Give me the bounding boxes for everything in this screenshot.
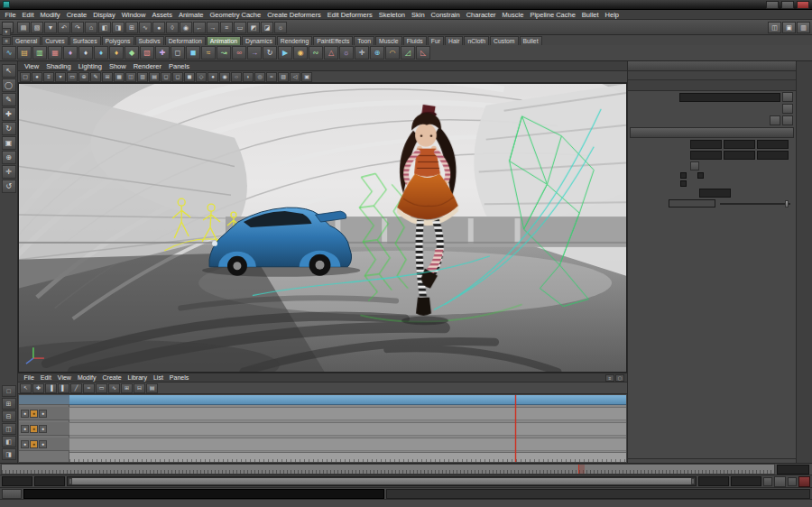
- status-icon-snap-to-view-plane[interactable]: ◊: [166, 22, 179, 33]
- show-manipulator[interactable]: ✛: [2, 165, 16, 179]
- status-icon-snap-to-curve[interactable]: ∿: [139, 22, 152, 33]
- status-icon-render-current-frame[interactable]: ◩: [247, 22, 260, 33]
- paint-select-tool[interactable]: ✎: [2, 93, 16, 106]
- status-icon-construction-history[interactable]: ≡: [220, 22, 233, 33]
- maximize-panel[interactable]: ▢: [615, 374, 624, 382]
- shelf-tab-muscle[interactable]: Muscle: [375, 36, 402, 45]
- menu-edit-deformers[interactable]: Edit Deformers: [324, 11, 375, 19]
- status-icon-select-by-component-type[interactable]: ◨: [112, 22, 125, 33]
- rotate-z-field[interactable]: [757, 151, 789, 160]
- trax-menu-modify[interactable]: Modify: [74, 374, 99, 381]
- rotate-tool[interactable]: ↻: [2, 122, 16, 135]
- menu-bullet[interactable]: Bullet: [578, 11, 602, 19]
- shelf-icon-dope-sheet[interactable]: ▤: [17, 46, 32, 60]
- show-end-pose-checkbox[interactable]: [697, 172, 704, 179]
- trim-clip-end[interactable]: ▌: [58, 383, 69, 393]
- shelf-icon-animation-snapshot[interactable]: ◉: [293, 46, 308, 60]
- menu-pipeline-cache[interactable]: Pipeline Cache: [527, 11, 578, 19]
- single-pane-layout[interactable]: □: [2, 385, 16, 397]
- track-row[interactable]: [69, 422, 626, 436]
- shelf-icon-tangents-linear[interactable]: ◿: [401, 46, 415, 60]
- trax-menu-file[interactable]: File: [21, 374, 37, 381]
- color-swatch[interactable]: [669, 199, 715, 207]
- frame-playback-range[interactable]: ⊟: [134, 383, 145, 393]
- shelf-icon-set-breakdown[interactable]: ◆: [125, 46, 139, 60]
- shelf-tab-custom[interactable]: Custom: [490, 36, 518, 45]
- menu-assets[interactable]: Assets: [149, 11, 176, 19]
- vp-icon-grease-pencil[interactable]: ✎: [90, 72, 101, 82]
- shelf-tab-bullet[interactable]: Bullet: [520, 36, 542, 45]
- vp-icon-isolate-select[interactable]: ▣: [301, 72, 312, 82]
- vp-icon-field-chart[interactable]: ▤: [149, 72, 160, 82]
- toggle-show-channel-box[interactable]: ▥: [797, 22, 810, 33]
- track-state[interactable]: ●: [21, 440, 29, 448]
- shelf-tab-subdivs[interactable]: Subdivs: [135, 36, 164, 45]
- status-icon-save-scene[interactable]: ▼: [44, 22, 57, 33]
- mel-mode-toggle[interactable]: [2, 489, 22, 499]
- shelf-icon-set-key-scale[interactable]: ♦: [109, 46, 124, 60]
- menu-skin[interactable]: Skin: [408, 11, 428, 19]
- select-tool[interactable]: ↖: [2, 64, 16, 78]
- shelf-tab-hair[interactable]: Hair: [445, 36, 463, 45]
- vp-icon-safe-title[interactable]: ◻: [172, 72, 183, 82]
- panel-menu-shading[interactable]: Shading: [42, 62, 75, 70]
- menu-animate[interactable]: Animate: [175, 11, 207, 19]
- lasso-tool[interactable]: ◯: [2, 78, 16, 92]
- menu-create[interactable]: Create: [63, 11, 90, 19]
- create-clip[interactable]: ▭: [96, 383, 107, 393]
- toggle-show-attribute-editor[interactable]: ◫: [768, 22, 781, 33]
- status-icon-open-scene[interactable]: ▧: [31, 22, 43, 33]
- menu-constrain[interactable]: Constrain: [428, 11, 463, 19]
- shelf-icon-graph-editor[interactable]: ∿: [2, 46, 16, 60]
- shelf-tab-fluids[interactable]: Fluids: [403, 36, 427, 45]
- animation-start-field[interactable]: [2, 476, 32, 486]
- shelf-icon-camera-sequencer[interactable]: ▦: [48, 46, 62, 60]
- track-lock[interactable]: ●: [39, 425, 47, 433]
- shelf-tab-fur[interactable]: Fur: [428, 36, 444, 45]
- hypershade-persp-layout[interactable]: ◨: [2, 448, 16, 460]
- status-icon-render-settings[interactable]: ☼: [274, 22, 287, 33]
- shape-name-field[interactable]: [679, 93, 780, 102]
- vp-icon-lock-camera[interactable]: ●: [32, 72, 42, 82]
- rotate-x-field[interactable]: [690, 151, 722, 160]
- shelf-tab-surfaces[interactable]: Surfaces: [69, 36, 101, 45]
- vp-icon-textured[interactable]: ◉: [219, 72, 230, 82]
- last-tool[interactable]: ↺: [2, 180, 16, 193]
- shelf-tab-rendering[interactable]: Rendering: [277, 36, 312, 45]
- status-icon-open-render-view[interactable]: ▭: [234, 22, 246, 33]
- shelf-icon-animated-sweep[interactable]: ∾: [309, 46, 323, 60]
- playback-end-field[interactable]: [698, 476, 729, 486]
- panel-menu-renderer[interactable]: Renderer: [130, 62, 165, 70]
- anim-layer-dropdown[interactable]: [763, 477, 772, 486]
- split-clip[interactable]: ╱: [70, 383, 82, 393]
- menu-help[interactable]: Help: [602, 11, 622, 19]
- vp-icon-camera-attributes[interactable]: ≡: [43, 72, 54, 82]
- vp-icon-wireframe[interactable]: ◇: [196, 72, 207, 82]
- status-icon-select-by-object-type[interactable]: ◧: [98, 22, 111, 33]
- shelf-menu[interactable]: ≡: [2, 37, 11, 45]
- range-slider[interactable]: [67, 476, 697, 486]
- time-slider[interactable]: [1, 464, 775, 475]
- show-clip-path-checkbox[interactable]: [680, 180, 687, 187]
- trax-menu-panels[interactable]: Panels: [166, 374, 191, 381]
- vp-icon-fill-selected[interactable]: ◼: [184, 72, 195, 82]
- vp-icon-safe-action[interactable]: ◻: [161, 72, 171, 82]
- shelf-icon-trax-editor[interactable]: ▥: [32, 46, 47, 60]
- panel-menu-lighting[interactable]: Lighting: [75, 62, 106, 70]
- vp-icon-select-camera[interactable]: ▢: [20, 72, 31, 82]
- animation-end-field[interactable]: [731, 476, 761, 486]
- vp-icon-film-gate[interactable]: ▦: [114, 72, 125, 82]
- vp-icon-shadows[interactable]: ◗: [243, 72, 254, 82]
- vp-icon-motion-blur[interactable]: ≈: [266, 72, 277, 82]
- frame-all[interactable]: ⊞: [121, 383, 133, 393]
- panel-menu-view[interactable]: View: [21, 62, 42, 70]
- range-slider-bar[interactable]: [69, 478, 695, 484]
- trax-track-area[interactable]: ●●● ●●● ●●●: [19, 395, 626, 462]
- vp-icon-resolution-gate[interactable]: ◫: [125, 72, 136, 82]
- two-pane-side-layout[interactable]: ◫: [2, 423, 16, 435]
- status-icon-input-connections[interactable]: ←: [193, 22, 206, 33]
- status-icon-make-live[interactable]: ◉: [180, 22, 192, 33]
- visor[interactable]: ▤: [146, 383, 158, 393]
- summary-track-header[interactable]: [19, 395, 69, 405]
- toggle-show-tool-settings[interactable]: ▣: [782, 22, 796, 33]
